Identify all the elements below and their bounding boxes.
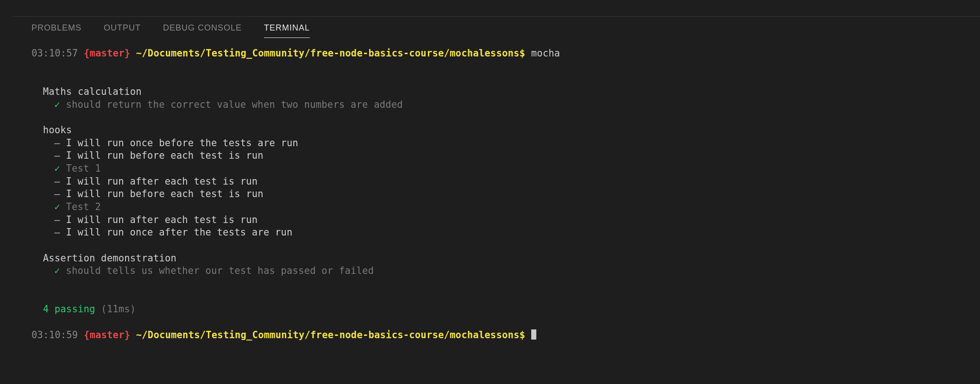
dash-icon: – (54, 214, 60, 225)
dash-icon: – (54, 176, 60, 187)
summary-timing: (11ms) (101, 303, 136, 315)
dash-icon: – (54, 150, 60, 161)
bottom-panel: PROBLEMS OUTPUT DEBUG CONSOLE TERMINAL 0… (13, 0, 980, 384)
prompt-time: 03:10:57 (31, 48, 78, 59)
tab-debug-console[interactable]: DEBUG CONSOLE (163, 23, 242, 37)
prompt-branch: {master} (84, 48, 130, 59)
dash-icon: – (54, 188, 60, 199)
summary-label: passing (55, 303, 95, 315)
dash-icon: – (54, 227, 60, 238)
test-name: should tells us whether our test has pas… (66, 265, 374, 276)
test-name: Test 1 (66, 163, 101, 174)
test-name: Test 2 (66, 201, 101, 212)
terminal-output[interactable]: 03:10:57 {master} ~/Documents/Testing_Co… (13, 44, 980, 341)
test-name: should return the correct value when two… (66, 99, 402, 110)
panel-tabs: PROBLEMS OUTPUT DEBUG CONSOLE TERMINAL (13, 17, 980, 44)
summary-count: 4 (43, 303, 49, 315)
hook-message: I will run once before the tests are run (66, 137, 298, 149)
check-icon: ✓ (54, 265, 60, 276)
prompt-command: mocha (531, 48, 560, 59)
suite-title: hooks (43, 124, 72, 136)
dash-icon: – (54, 137, 60, 149)
panel-top-border (13, 0, 980, 17)
hook-message: I will run before each test is run (66, 188, 263, 199)
prompt-path: ~/Documents/Testing_Community/free-node-… (136, 48, 520, 59)
cursor-icon (531, 329, 536, 340)
prompt-branch: {master} (84, 329, 130, 341)
hook-message: I will run after each test is run (66, 176, 258, 187)
suite-title: Assertion demonstration (43, 253, 176, 264)
tab-output[interactable]: OUTPUT (104, 23, 141, 37)
prompt-time: 03:10:59 (31, 329, 78, 341)
prompt-dollar: $ (520, 329, 526, 341)
hook-message: I will run after each test is run (66, 214, 258, 225)
hook-message: I will run before each test is run (66, 150, 263, 161)
hook-message: I will run once after the tests are run (66, 227, 292, 238)
check-icon: ✓ (54, 99, 60, 110)
check-icon: ✓ (54, 163, 60, 174)
tab-terminal[interactable]: TERMINAL (264, 23, 310, 38)
suite-title: Maths calculation (43, 86, 142, 97)
prompt-dollar: $ (520, 48, 526, 59)
activity-bar-gutter (0, 0, 13, 384)
tab-problems[interactable]: PROBLEMS (31, 23, 82, 37)
check-icon: ✓ (54, 201, 60, 212)
prompt-path: ~/Documents/Testing_Community/free-node-… (136, 329, 520, 341)
